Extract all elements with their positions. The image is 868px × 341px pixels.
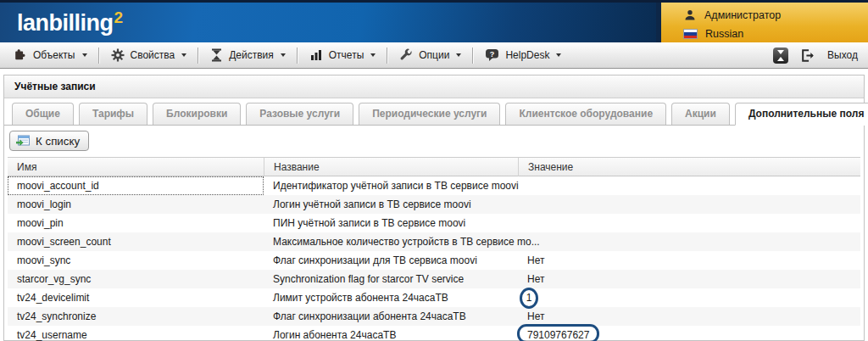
field-value-cell[interactable]: Нет [518, 251, 860, 270]
panel-title: Учётные записи [4, 75, 864, 98]
help-icon: ? [485, 48, 499, 62]
russian-flag-icon [683, 29, 698, 39]
logout-icon[interactable] [800, 48, 815, 63]
logo-superscript: 2 [114, 8, 123, 26]
user-zone: Администратор Russian [656, 3, 868, 42]
toolbar-menu-свойства[interactable]: Свойства [108, 48, 191, 62]
tab-периодические-услуги[interactable]: Периодические услуги [359, 103, 500, 125]
table-row[interactable]: tv24_usernameЛогин абонента 24часаТВ7910… [8, 326, 860, 341]
current-user[interactable]: Администратор [683, 6, 868, 25]
toolbar-menu-опции[interactable]: Опции [396, 48, 465, 62]
field-title-cell[interactable]: Логин учётной записи в ТВ сервисе moovi [264, 195, 518, 214]
toolbar-menu-объекты[interactable]: Объекты [10, 48, 91, 62]
logout-label[interactable]: Выход [827, 49, 858, 61]
table-row[interactable]: tv24_devicelimitЛимит устройств абонента… [8, 288, 860, 307]
tab-content: К списку Имя Название Значение moovi_acc… [4, 126, 864, 341]
tab-разовые-услуги[interactable]: Разовые услуги [246, 103, 353, 125]
chevron-down-icon [370, 53, 376, 57]
back-to-list-label: К списку [36, 135, 80, 148]
bar-chart-icon [309, 48, 323, 62]
toolbar-menu-label: Отчеты [329, 49, 364, 61]
list-table-icon [16, 135, 31, 148]
field-name-cell[interactable]: moovi_screen_count [8, 232, 264, 251]
field-value-cell[interactable]: 79109767627 [518, 326, 860, 341]
field-value-cell[interactable]: Нет [518, 270, 860, 288]
chevron-down-icon [281, 53, 286, 57]
field-title-cell[interactable]: Максимальное количество устройств в ТВ с… [264, 232, 518, 251]
toolbar-right: Выход [773, 48, 858, 64]
collapse-panels-icon[interactable] [773, 48, 788, 64]
field-title-cell[interactable]: Лимит устройств абонента 24часаТВ [264, 288, 518, 307]
table-body: moovi_account_idИдентификатор учётной за… [8, 176, 860, 341]
toolbar-menu-helpdesk[interactable]: ?HelpDesk [481, 48, 565, 62]
accounts-panel: Учётные записи ОбщиеТарифыБлокировкиРазо… [3, 75, 865, 341]
chevron-down-icon [456, 53, 461, 57]
tab-клиентское-оборудование[interactable]: Клиентское оборудование [505, 103, 666, 125]
back-to-list-button[interactable]: К списку [9, 131, 89, 151]
table-row[interactable]: moovi_pinПИН учётной записи в ТВ сервисе… [8, 214, 860, 232]
chevron-down-icon [556, 53, 561, 57]
field-title-cell[interactable]: Флаг синхронизации абонента 24часаТВ [264, 307, 518, 326]
svg-text:?: ? [490, 50, 495, 59]
tab-тарифы[interactable]: Тарифы [79, 103, 147, 125]
toolbar-menu-label: Объекты [33, 49, 75, 61]
chevron-down-icon [181, 53, 186, 57]
column-header-name[interactable]: Имя [8, 158, 264, 176]
field-name-cell[interactable]: moovi_login [8, 195, 264, 214]
field-name-cell[interactable]: tv24_synchronize [8, 307, 264, 326]
toolbar-separator [472, 48, 473, 64]
field-title-cell[interactable]: Synchronization flag for starcor TV serv… [264, 270, 518, 288]
column-header-value[interactable]: Значение [518, 158, 860, 176]
toolbar-menu-действия[interactable]: Действия [207, 48, 289, 62]
table-row[interactable]: moovi_account_idИдентификатор учётной за… [8, 176, 860, 195]
field-name-cell[interactable]: moovi_account_id [8, 176, 264, 195]
language-selector[interactable]: Russian [683, 25, 868, 43]
language-label: Russian [705, 28, 743, 40]
field-title-cell[interactable]: Идентификатор учётной записи в ТВ сервис… [264, 176, 518, 195]
field-value-cell[interactable] [518, 214, 860, 232]
table-row[interactable]: tv24_synchronizeФлаг синхронизации абоне… [8, 307, 860, 326]
tab-дополнительные-поля[interactable]: Дополнительные поля [735, 103, 868, 126]
chevron-down-icon [82, 53, 87, 57]
field-value-cell[interactable]: Нет [518, 307, 860, 326]
toolbar-separator [98, 48, 99, 64]
field-title-cell[interactable]: Флаг синхронизации для ТВ сервиса moovi [264, 251, 518, 270]
hourglass-icon [210, 48, 223, 62]
field-name-cell[interactable]: moovi_sync [8, 251, 264, 270]
field-name-cell[interactable]: starcor_vg_sync [8, 270, 264, 288]
tab-bar: ОбщиеТарифыБлокировкиРазовые услугиПерио… [4, 98, 864, 126]
toolbar-separator [198, 48, 198, 64]
field-value-cell[interactable] [518, 176, 860, 195]
user-name-label: Администратор [704, 9, 781, 21]
toolbar-menu-отчеты[interactable]: Отчеты [306, 48, 379, 62]
toolbar-menu-label: Свойства [131, 49, 175, 61]
table-row[interactable]: starcor_vg_syncSynchronization flag for … [8, 270, 860, 288]
tab-акции[interactable]: Акции [671, 103, 730, 125]
table-row[interactable]: moovi_screen_countМаксимальное количеств… [8, 232, 860, 251]
toolbar-menu-label: Действия [229, 49, 274, 61]
app-logo: lanbilling2 [17, 8, 123, 36]
tab-блокировки[interactable]: Блокировки [153, 103, 241, 125]
table-header: Имя Название Значение [8, 157, 860, 176]
toolbar-separator [297, 48, 298, 64]
table-row[interactable]: moovi_syncФлаг синхронизации для ТВ серв… [8, 251, 860, 270]
toolbar-menu-label: Опции [419, 49, 449, 61]
column-header-title[interactable]: Название [264, 158, 518, 176]
toolbar-menus: ОбъектыСвойстваДействияОтчетыОпции?HelpD… [10, 48, 565, 64]
field-name-cell[interactable]: tv24_devicelimit [8, 288, 264, 307]
field-value-cell[interactable]: 1 [518, 288, 860, 307]
field-title-cell[interactable]: ПИН учётной записи в ТВ сервисе moovi [264, 214, 518, 232]
table-row[interactable]: moovi_loginЛогин учётной записи в ТВ сер… [8, 195, 860, 214]
annotation-highlight-circle: 1 [520, 288, 538, 309]
field-value-cell[interactable] [518, 195, 860, 214]
toolbar-separator [387, 48, 387, 64]
field-title-cell[interactable]: Логин абонента 24часаТВ [264, 326, 518, 341]
field-name-cell[interactable]: moovi_pin [8, 214, 264, 232]
puzzle-icon [14, 48, 27, 62]
app-header: lanbilling2 Администратор Russian [0, 0, 868, 42]
tab-общие[interactable]: Общие [12, 103, 74, 125]
user-icon [683, 8, 697, 22]
field-name-cell[interactable]: tv24_username [8, 326, 264, 341]
wrench-icon [399, 48, 413, 62]
field-value-cell[interactable] [518, 232, 860, 251]
